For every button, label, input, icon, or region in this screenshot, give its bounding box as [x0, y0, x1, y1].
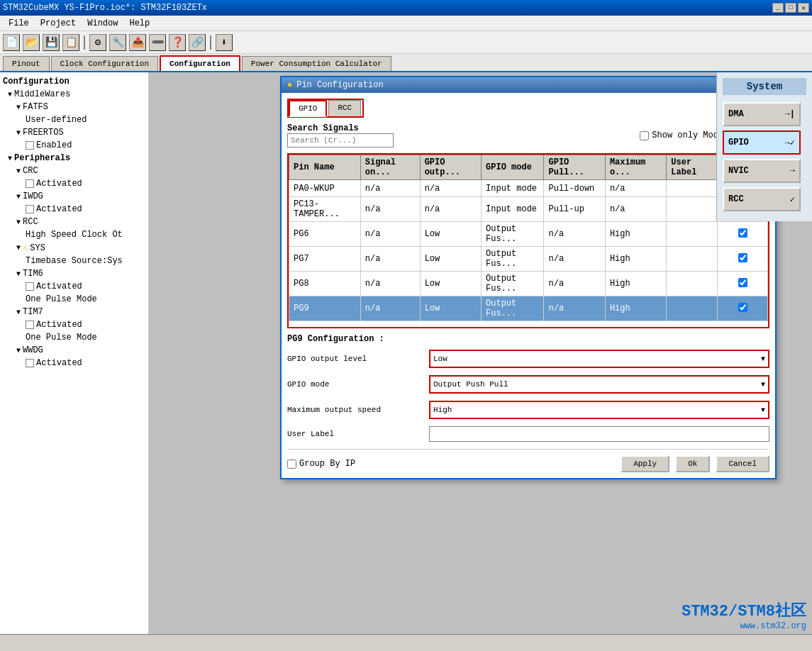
menu-file[interactable]: File [3, 17, 35, 30]
col-pin-name: Pin Name [289, 155, 361, 180]
toolbar-new[interactable]: 📄 [3, 34, 20, 51]
wwdg-activated-checkbox[interactable] [26, 359, 34, 367]
col-max-out: Maximum o... [605, 155, 666, 180]
search-label: Search Signals [287, 123, 359, 133]
group-by-ip-label: Group By IP [299, 459, 355, 469]
close-button[interactable]: ✕ [798, 3, 809, 13]
tab-configuration[interactable]: Configuration [160, 55, 240, 71]
sidebar-crc-activated[interactable]: Activated [0, 177, 148, 190]
max-speed-select[interactable]: Low Medium High [430, 402, 768, 418]
minimize-button[interactable]: _ [772, 3, 784, 13]
sidebar-tim7-activated[interactable]: Activated [0, 318, 148, 331]
sidebar-rcc-hsc[interactable]: High Speed Clock Ot [0, 228, 148, 241]
toolbar-btn4[interactable]: ➖ [149, 34, 166, 51]
sidebar-tim7[interactable]: ▼ TIM7 [0, 306, 148, 318]
system-rcc-button[interactable]: RCC ✓ [723, 187, 801, 211]
toolbar-btn2[interactable]: 🔧 [109, 34, 126, 51]
user-label-input[interactable] [429, 426, 769, 442]
toolbar-open[interactable]: 📂 [23, 34, 40, 51]
toolbar-save-as[interactable]: 📋 [62, 34, 79, 51]
sidebar-wwdg[interactable]: ▼ WWDG [0, 344, 148, 357]
sidebar-fatfs[interactable]: ▼ FATFS [0, 101, 148, 113]
sidebar-iwdg[interactable]: ▼ IWDG [0, 190, 148, 203]
modified-checkbox[interactable] [738, 253, 747, 262]
toolbar-separator-1 [84, 35, 85, 50]
sys-warning-icon: ⚠ [23, 243, 28, 253]
tim7-activated-checkbox[interactable] [26, 321, 34, 329]
sidebar-freertos-enabled[interactable]: Enabled [0, 139, 148, 152]
pin-table: Pin Name Signal on... GPIO outp... GPIO … [289, 155, 768, 321]
sidebar-sys[interactable]: ▼ ⚠ SYS [0, 241, 148, 255]
expand-fatfs: ▼ [14, 104, 23, 111]
toolbar-download[interactable]: ⬇ [216, 34, 233, 51]
watermark-main: STM32/STM8社区 [682, 600, 806, 621]
sidebar-rcc[interactable]: ▼ RCC [0, 216, 148, 228]
sidebar-middlewares[interactable]: ▼ MiddleWares [0, 88, 148, 101]
menu-help[interactable]: Help [123, 17, 155, 30]
sidebar-crc[interactable]: ▼ CRC [0, 165, 148, 177]
table-row[interactable]: PG9n/aLowOutput Fus...n/aHigh [289, 296, 768, 321]
search-input[interactable] [287, 133, 394, 148]
sidebar-wwdg-activated[interactable]: Activated [0, 357, 148, 369]
table-row[interactable]: PG6n/aLowOutput Fus...n/aHigh [289, 222, 768, 247]
freertos-label: FREERTOS [23, 128, 64, 138]
maximize-button[interactable]: □ [785, 3, 796, 13]
tab-clock-config[interactable]: Clock Configuration [51, 56, 158, 71]
tab-power-consumption[interactable]: Power Consumption Calculator [242, 56, 391, 71]
gpio-output-select[interactable]: Low High [430, 351, 768, 367]
toolbar-save[interactable]: 💾 [43, 34, 60, 51]
show-modified-checkbox[interactable] [640, 131, 649, 140]
iwdg-activated-checkbox[interactable] [26, 205, 34, 213]
max-speed-label: Maximum output speed [287, 406, 429, 414]
rcc-hsc-label: High Speed Clock Ot [26, 230, 123, 240]
cancel-button[interactable]: Cancel [716, 455, 769, 472]
sidebar-tim7-opm[interactable]: One Pulse Mode [0, 331, 148, 344]
system-panel: System DMA →| GPIO →✓ NVIC → RCC ✓ [716, 72, 812, 221]
modified-checkbox[interactable] [738, 278, 747, 287]
sidebar-user-defined[interactable]: User-defined [0, 113, 148, 126]
sidebar-peripherals[interactable]: ▼ Peripherals [0, 152, 148, 165]
expand-middlewares: ▼ [6, 91, 14, 99]
iwdg-label: IWDG [23, 191, 43, 201]
sidebar-sys-timebase[interactable]: Timebase Source:Sys [0, 255, 148, 267]
dialog-tab-rcc[interactable]: RCC [328, 100, 361, 116]
system-gpio-button[interactable]: GPIO →✓ [723, 130, 801, 155]
expand-crc: ▼ [14, 167, 23, 175]
system-nvic-button[interactable]: NVIC → [723, 159, 801, 183]
system-dma-label: DMA [728, 109, 744, 119]
sidebar-tim6-activated[interactable]: Activated [0, 280, 148, 293]
table-row[interactable]: PC13-TAMPER...n/an/aInput modePull-upn/a [289, 197, 768, 222]
tab-pinout[interactable]: Pinout [3, 56, 50, 71]
sidebar-freertos[interactable]: ▼ FREERTOS [0, 126, 148, 139]
col-gpio-pull: GPIO Pull... [544, 155, 605, 180]
crc-activated-label: Activated [36, 179, 82, 189]
ok-button[interactable]: Ok [675, 455, 710, 472]
tim6-activated-checkbox[interactable] [26, 282, 34, 291]
config-gpio-mode-row: GPIO mode Output Push Pull Output Open D… [287, 375, 769, 394]
sidebar-iwdg-activated[interactable]: Activated [0, 203, 148, 216]
apply-button[interactable]: Apply [621, 455, 669, 472]
toolbar-btn3[interactable]: 📤 [129, 34, 146, 51]
menu-project[interactable]: Project [35, 17, 82, 30]
toolbar-btn6[interactable]: 🔗 [189, 34, 206, 51]
freertos-enabled-checkbox[interactable] [26, 141, 34, 150]
tab-bar: Pinout Clock Configuration Configuration… [0, 54, 812, 72]
user-defined-label: User-defined [26, 115, 87, 125]
modified-checkbox[interactable] [738, 303, 747, 312]
main-content: Configuration ▼ MiddleWares ▼ FATFS User… [0, 72, 812, 634]
table-row[interactable]: PG8n/aLowOutput Fus...n/aHigh [289, 272, 768, 296]
table-row[interactable]: PA0-WKUPn/an/aInput modePull-downn/a [289, 180, 768, 197]
toolbar-btn5[interactable]: ❓ [169, 34, 186, 51]
system-gpio-label: GPIO [728, 138, 749, 148]
crc-activated-checkbox[interactable] [26, 179, 34, 188]
sidebar-tim6-opm[interactable]: One Pulse Mode [0, 293, 148, 306]
menu-window[interactable]: Window [82, 17, 123, 30]
gpio-mode-select[interactable]: Output Push Pull Output Open Drain Input… [430, 377, 768, 392]
dialog-tab-gpio[interactable]: GPIO [289, 100, 327, 117]
group-by-ip-checkbox[interactable] [287, 460, 296, 469]
sidebar-tim6[interactable]: ▼ TIM6 [0, 267, 148, 280]
system-dma-button[interactable]: DMA →| [723, 102, 801, 126]
toolbar-btn1[interactable]: ⚙ [89, 34, 106, 51]
table-row[interactable]: PG7n/aLowOutput Fus...n/aHigh [289, 247, 768, 272]
modified-checkbox[interactable] [738, 228, 747, 238]
